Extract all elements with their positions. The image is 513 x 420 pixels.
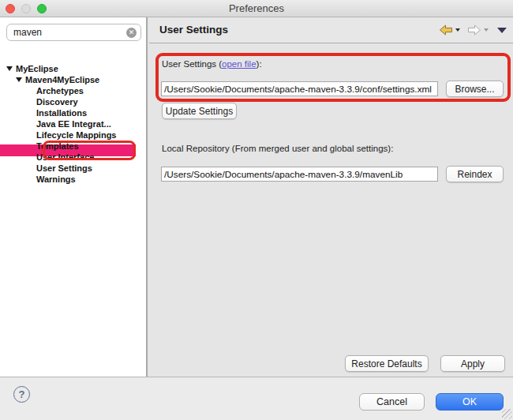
main-panel: User Settings User Settings (open file):… [149,17,513,377]
reindex-button[interactable]: Reindex [446,166,504,182]
back-arrow-icon[interactable] [439,24,453,36]
page-title: User Settings [159,17,228,43]
tree-item-user-settings[interactable]: User Settings [0,163,144,174]
help-button[interactable]: ? [13,386,30,403]
tree-item-lifecycle-mappings[interactable]: Lifecycle Mappings [0,129,144,141]
resize-grip[interactable] [502,409,512,419]
tree-item-templates[interactable]: Templates [0,141,144,152]
tree-item-myeclipse[interactable]: MyEclipse [0,63,144,74]
expander-icon[interactable] [16,77,22,82]
cancel-button[interactable]: Cancel [359,393,425,411]
user-settings-label: User Settings (open file): [162,59,262,69]
local-repository-label: Local Repository (From merged user and g… [162,144,393,153]
tree-item-java-ee-integration[interactable]: Java EE Integrat... [0,118,144,129]
window-title: Preferences [0,0,513,17]
filter-search-box[interactable]: ✕ [6,24,141,41]
forward-arrow-icon[interactable] [467,24,481,36]
clear-search-icon[interactable]: ✕ [126,28,137,38]
forward-history-dropdown-icon[interactable] [484,28,489,32]
tree-item-discovery[interactable]: Discovery [0,96,144,107]
sidebar: ✕ MyEclipse Maven4MyEclipse Archetypes D… [0,17,148,377]
view-menu-icon[interactable] [497,28,507,33]
search-input[interactable] [13,25,122,39]
titlebar: Preferences [0,0,513,17]
tree-item-installations[interactable]: Installations [0,107,144,118]
preferences-window: Preferences ✕ MyEclipse Maven4MyEclipse … [0,0,513,420]
user-settings-path-input[interactable] [161,81,438,96]
update-settings-button[interactable]: Update Settings [162,103,237,119]
local-repository-path-input[interactable] [161,167,438,182]
tree-item-warnings[interactable]: Warnings [0,174,144,185]
page-header: User Settings [149,17,513,43]
history-nav [439,24,507,36]
back-history-dropdown-icon[interactable] [455,28,460,32]
tree-item-archetypes[interactable]: Archetypes [0,85,144,96]
ok-button[interactable]: OK [436,393,504,411]
tree-item-maven4myeclipse[interactable]: Maven4MyEclipse [0,74,144,85]
apply-button[interactable]: Apply [440,355,505,372]
restore-defaults-button[interactable]: Restore Defaults [345,355,429,372]
dialog-footer: ? Cancel OK [0,377,513,420]
browse-button[interactable]: Browse... [446,81,504,97]
open-file-link[interactable]: open file [222,59,256,69]
expander-icon[interactable] [6,66,13,71]
tree-item-user-interface[interactable]: User Interface [0,152,144,163]
